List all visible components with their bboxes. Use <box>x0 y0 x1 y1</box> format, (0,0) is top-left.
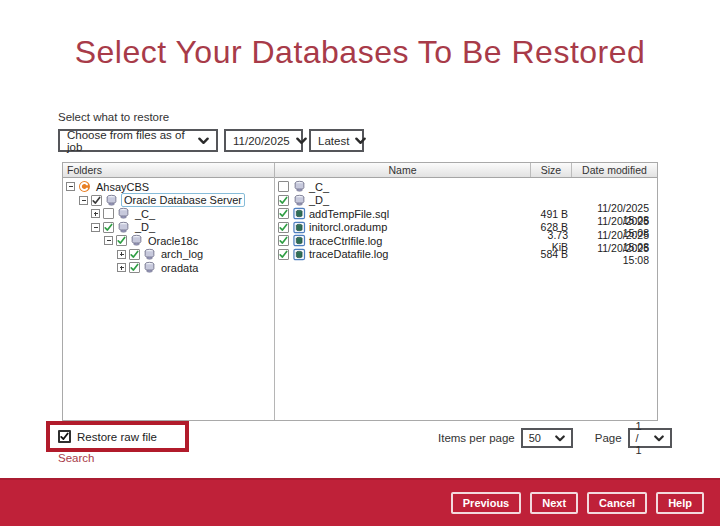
file-checkbox-unchecked[interactable] <box>278 181 289 192</box>
tree-node-oradata[interactable]: oradata <box>63 261 274 275</box>
job-time-value: Latest <box>318 135 349 147</box>
restore-filter-label: Select what to restore <box>58 111 169 123</box>
file-browser-panel: Folders AhsayCBS Oracle Database Server <box>62 162 658 421</box>
tree-node-label-selected: Oracle Database Server <box>121 193 245 207</box>
expand-icon[interactable] <box>117 263 126 272</box>
check-icon <box>279 195 288 206</box>
restore-source-dropdown[interactable]: Choose from files as of job <box>58 129 218 152</box>
restore-source-value: Choose from files as of job <box>67 129 192 153</box>
next-button[interactable]: Next <box>530 492 578 514</box>
page-label: Page <box>595 432 622 444</box>
database-icon <box>143 261 156 274</box>
check-icon <box>130 262 139 273</box>
tree-checkbox-checked[interactable] <box>129 262 140 273</box>
file-checkbox-checked[interactable] <box>278 222 289 233</box>
wizard-action-bar: Previous Next Cancel Help <box>0 478 720 526</box>
file-date: 11/20/2025 15:08 <box>572 242 657 266</box>
folders-pane: Folders AhsayCBS Oracle Database Server <box>63 163 275 420</box>
drive-icon <box>117 207 130 220</box>
drive-icon <box>117 221 130 234</box>
collapse-icon[interactable] <box>91 223 100 232</box>
database-file-icon <box>293 248 306 261</box>
file-name: addTempFile.sql <box>309 208 389 220</box>
restore-raw-file-checkbox[interactable] <box>58 430 71 443</box>
drive-icon <box>293 194 306 207</box>
tree-node-ahsaycbs[interactable]: AhsayCBS <box>63 180 274 194</box>
collapse-icon[interactable] <box>104 236 113 245</box>
job-time-dropdown[interactable]: Latest <box>309 129 364 152</box>
check-icon <box>279 208 288 219</box>
tree-checkbox-partial[interactable] <box>91 195 102 206</box>
job-date-dropdown[interactable]: 11/20/2025 <box>224 129 303 152</box>
tree-node-label: Oracle18c <box>146 235 200 247</box>
tree-checkbox-checked[interactable] <box>129 249 140 260</box>
tree-checkbox-checked[interactable] <box>103 222 114 233</box>
files-pane: Name Size Date modified _C_ <box>275 163 657 420</box>
database-file-icon <box>293 234 306 247</box>
items-per-page-dropdown[interactable]: 50 <box>521 428 573 448</box>
expand-icon[interactable] <box>91 209 100 218</box>
file-name: initorcl.oradump <box>309 221 387 233</box>
file-name: traceCtrlfile.log <box>309 235 382 247</box>
file-name: _C_ <box>309 181 329 193</box>
restore-raw-file-highlight: Restore raw file <box>46 421 189 452</box>
tree-checkbox-unchecked[interactable] <box>103 208 114 219</box>
check-icon <box>92 195 101 206</box>
check-icon <box>117 235 126 246</box>
tree-checkbox-checked[interactable] <box>116 235 127 246</box>
file-list[interactable]: _C_ _D_ <box>275 178 657 420</box>
file-name: _D_ <box>309 194 329 206</box>
search-link[interactable]: Search <box>58 452 94 464</box>
file-checkbox-checked[interactable] <box>278 195 289 206</box>
file-checkbox-checked[interactable] <box>278 235 289 246</box>
database-icon <box>130 234 143 247</box>
check-icon <box>279 222 288 233</box>
help-button[interactable]: Help <box>656 492 704 514</box>
folders-header: Folders <box>63 163 274 178</box>
page-value: 1 / 1 <box>636 420 648 456</box>
tree-node-label: _D_ <box>133 221 157 233</box>
file-checkbox-checked[interactable] <box>278 249 289 260</box>
tree-node-label: oradata <box>159 262 200 274</box>
restore-filter-row: Choose from files as of job 11/20/2025 L… <box>58 129 364 152</box>
cancel-button[interactable]: Cancel <box>587 492 647 514</box>
column-header-size[interactable]: Size <box>531 163 572 177</box>
check-icon <box>279 249 288 260</box>
check-icon <box>130 249 139 260</box>
file-size: 584 B <box>531 248 572 260</box>
column-header-date-modified[interactable]: Date modified <box>572 163 657 177</box>
chevron-down-icon <box>654 435 664 442</box>
collapse-icon[interactable] <box>66 182 75 191</box>
restore-raw-file-label: Restore raw file <box>77 431 157 443</box>
job-date-value: 11/20/2025 <box>233 135 290 147</box>
column-header-name[interactable]: Name <box>275 163 531 177</box>
chevron-down-icon <box>355 137 366 145</box>
database-file-icon <box>293 221 306 234</box>
items-per-page-value: 50 <box>529 432 541 444</box>
previous-button[interactable]: Previous <box>451 492 521 514</box>
file-row[interactable]: traceDatafile.log 584 B 11/20/2025 15:08 <box>275 248 657 262</box>
check-icon <box>279 235 288 246</box>
tree-node-label: AhsayCBS <box>94 181 151 193</box>
tree-node-oracle-database-server[interactable]: Oracle Database Server <box>63 194 274 208</box>
check-icon <box>60 431 69 442</box>
file-row[interactable]: _C_ <box>275 180 657 194</box>
chevron-down-icon <box>198 137 209 145</box>
tree-node-arch-log[interactable]: arch_log <box>63 248 274 262</box>
check-icon <box>104 222 113 233</box>
page-dropdown[interactable]: 1 / 1 <box>628 428 672 448</box>
file-name: traceDatafile.log <box>309 248 389 260</box>
file-checkbox-checked[interactable] <box>278 208 289 219</box>
chevron-down-icon <box>296 137 307 145</box>
database-icon <box>143 248 156 261</box>
pagination-controls: Items per page 50 Page 1 / 1 <box>438 428 672 448</box>
tree-node-oracle18c[interactable]: Oracle18c <box>63 234 274 248</box>
tree-node-d-drive[interactable]: _D_ <box>63 221 274 235</box>
database-file-icon <box>293 207 306 220</box>
expand-icon[interactable] <box>117 250 126 259</box>
tree-node-c-drive[interactable]: _C_ <box>63 207 274 221</box>
file-size: 491 B <box>531 208 572 220</box>
folder-tree[interactable]: AhsayCBS Oracle Database Server _C_ <box>63 178 274 420</box>
collapse-icon[interactable] <box>79 196 88 205</box>
tree-node-label: _C_ <box>133 208 157 220</box>
